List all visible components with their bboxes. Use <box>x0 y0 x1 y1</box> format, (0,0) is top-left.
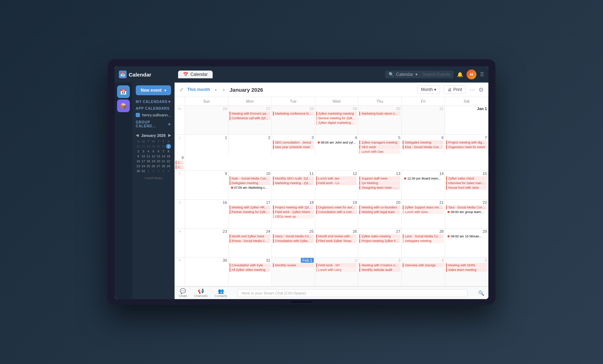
event-pill[interactable]: Sales team meeting <box>446 268 487 272</box>
event-pill[interactable]: Designing team meet - Z... <box>359 186 400 190</box>
cal-cell-dec31[interactable]: 31 <box>402 106 445 134</box>
event-pill[interactable]: Project meeting with Zyl... <box>273 205 314 210</box>
event-pill[interactable]: Month end review with... <box>316 234 357 238</box>
event-pill[interactable]: Tara - Social Media Cons... <box>446 205 487 210</box>
event-pill[interactable]: 12:30 pm Board mem... <box>403 176 444 181</box>
mini-cal-cell[interactable]: 4 <box>146 149 151 154</box>
grid-icon[interactable]: ⠿ <box>480 71 484 78</box>
event-pill[interactable]: Meeting with Zylker HR... <box>230 205 270 210</box>
mini-cal-cell[interactable]: 15 <box>166 154 171 159</box>
event-pill[interactable]: Harry - Social Media Co... <box>273 234 314 238</box>
event-pill[interactable]: SEO consultation - Jenna <box>273 140 314 145</box>
cal-cell-jan28[interactable]: 28 Leon - Social Media Con... Delegates … <box>402 229 445 257</box>
cal-cell-jan6[interactable]: 6 Delegates meeting Elza - Social Media … <box>402 135 445 155</box>
cal-cell-jan18[interactable]: 18 Project meeting with Zyl... Field wor… <box>272 200 315 228</box>
cal-cell-jan23-sun[interactable]: 23 <box>185 229 229 257</box>
cal-cell-jan3[interactable]: 3 SEO consultation - Jenna New year sche… <box>272 135 315 155</box>
mini-cal-cell[interactable]: 26 <box>151 164 156 169</box>
search-icon-bottom[interactable]: 🔍 <box>478 290 484 296</box>
mini-cal-cell[interactable]: 19 <box>151 159 156 164</box>
mini-cal-cell[interactable]: 5 <box>166 169 171 174</box>
cal-cell-jan1[interactable]: Jan 1 <box>445 106 488 134</box>
cal-cell-jan21[interactable]: 21 Zylker Support team me... Lunch with … <box>402 200 445 228</box>
mini-cal-cell[interactable]: 27 <box>141 144 146 149</box>
event-pill[interactable]: Meeting with SDRs <box>446 263 487 267</box>
bottom-tab-chats[interactable]: 💬 Chats <box>179 288 187 298</box>
event-pill[interactable]: Meeting with Creators o... <box>359 263 400 267</box>
mini-cal-cell[interactable]: 22 <box>166 159 171 164</box>
event-pill[interactable]: SEO work <box>359 145 400 149</box>
cal-cell-dec26[interactable]: 26 <box>185 106 229 134</box>
mini-cal-cell-today[interactable]: 1 <box>166 144 171 149</box>
calendar-item-henry[interactable]: henry.sullivann... <box>132 112 175 118</box>
event-pill[interactable]: Interview for Sales mana... <box>446 181 487 185</box>
expand-button[interactable]: ⤢ <box>179 87 184 92</box>
event-pill[interactable]: Zylker marketing meeting <box>316 111 357 116</box>
cal-cell-jan17[interactable]: 17 Meeting with Zylker HR... Partner mee… <box>229 200 272 228</box>
mini-cal-prev-icon[interactable]: ◀ <box>136 133 139 138</box>
event-pill[interactable]: Organizers meet for wor... <box>316 205 357 210</box>
mini-cal-cell[interactable]: 7 <box>161 149 166 154</box>
event-pill[interactable]: Elza - Social Media Cons... <box>403 145 444 149</box>
event-pill[interactable]: John - Social Media Con... <box>176 160 184 165</box>
user-avatar[interactable]: H <box>467 69 476 79</box>
event-pill[interactable]: Marketing meeting - Zyl... <box>273 181 314 185</box>
mini-cal-cell[interactable]: 29 <box>166 164 171 169</box>
event-pill[interactable]: Lunch with Larry <box>316 268 357 272</box>
event-pill[interactable]: Q4 Meeting <box>359 181 400 185</box>
cal-cell-jan2[interactable]: 2 <box>229 135 272 155</box>
mini-cal-cell[interactable]: 2 <box>151 169 156 174</box>
cal-cell-jan13[interactable]: 13 Support staff meet Q4 Meeting Designi… <box>358 171 402 199</box>
event-pill[interactable]: Monthly website audit <box>359 268 400 272</box>
mini-cal-cell[interactable]: 6 <box>156 149 161 154</box>
mini-cal-cell[interactable]: 11 <box>146 154 151 159</box>
search-bar[interactable]: 🔍 Calendar ▾ Search Events <box>385 71 453 78</box>
mini-cal-cell[interactable]: 9 <box>136 154 141 159</box>
mini-cal-cell[interactable]: 2 <box>136 149 141 154</box>
cal-cell-feb5[interactable]: 5 Meeting with SDRs Sales team meeting <box>445 257 488 286</box>
cal-cell-dec27[interactable]: 27 Meeting with Emma's pa... Conference … <box>229 106 272 134</box>
event-pill[interactable]: Meeting with Emma's pa... <box>230 111 270 116</box>
event-pill[interactable]: Monthly SEO Audit- Zyl... <box>273 176 314 181</box>
mini-cal-cell[interactable]: 12 <box>151 154 156 159</box>
new-event-button[interactable]: New event ▾ <box>136 85 171 95</box>
sidebar-item-resources[interactable]: 📦 <box>117 99 130 112</box>
event-pill[interactable]: Zylker Support team me... <box>403 205 444 210</box>
cal-cell-dec30[interactable]: 30 Marketing brain storm s... <box>358 106 402 134</box>
cal-cell-feb1[interactable]: Feb 1 Monthly review <box>272 257 315 286</box>
event-pill[interactable]: Delegates meeting <box>403 140 444 145</box>
event-pill[interactable]: Consultation with Zylke... <box>273 239 314 243</box>
tab-calendar[interactable]: 📅 Calendar <box>178 71 213 78</box>
event-pill[interactable]: House hunt with Jane <box>446 186 487 190</box>
mini-cal-cell[interactable]: 28 <box>161 164 166 169</box>
more-options-button[interactable]: ⋯ <box>469 86 475 93</box>
mini-cal-cell[interactable]: 24 <box>141 164 146 169</box>
event-pill[interactable]: Consultation with Zylker... <box>176 165 184 169</box>
mini-cal-cell[interactable]: 13 <box>156 154 161 159</box>
event-pill[interactable]: New year schedule meet <box>273 145 314 149</box>
event-pill-monthly-review[interactable]: Monthly review <box>273 263 314 267</box>
cal-cell-dec29[interactable]: 29 Zylker marketing meeting Service meet… <box>315 106 359 134</box>
event-pill[interactable]: Field work - NY <box>316 263 357 267</box>
cal-cell-jan15[interactable]: 15 Zylker sales check Interview for Sale… <box>445 171 488 199</box>
mini-cal-cell[interactable]: 26 <box>136 144 141 149</box>
event-pill[interactable]: Zylker digital marketing... <box>316 121 357 125</box>
mini-cal-cell[interactable]: 1 <box>146 169 151 174</box>
mini-cal-cell[interactable]: 31 <box>141 169 146 174</box>
add-calendar-icon[interactable]: + <box>168 99 171 104</box>
event-pill[interactable]: 08:00 am John and zyl... <box>316 140 357 145</box>
cal-cell-jan11[interactable]: 11 Monthly SEO Audit- Zyl... Marketing m… <box>272 171 315 199</box>
mini-cal-cell[interactable]: 30 <box>156 144 161 149</box>
mini-cal-next-icon[interactable]: ▶ <box>168 133 171 138</box>
mini-cal-cell[interactable]: 14 <box>161 154 166 159</box>
bottom-tab-channels[interactable]: 📢 Channels <box>194 288 208 298</box>
event-pill[interactable]: Leon - Social Media Con... <box>403 234 444 238</box>
event-pill[interactable]: Lunch with Dan <box>359 150 400 154</box>
cal-cell-jan7[interactable]: 7 Project meeting with dig... Organizers… <box>445 135 488 155</box>
event-pill[interactable]: 09:00 am group team... <box>446 210 487 214</box>
cal-cell-jan29[interactable]: 29 09:00 am 15 Minute... <box>445 229 488 257</box>
cal-cell-jan27[interactable]: 27 Zylker sales meeting Project meeting … <box>358 229 402 257</box>
event-pill[interactable]: Partner meeting for Zylk... <box>230 210 270 214</box>
cal-cell-jan12[interactable]: 12 Lunch with Jen Field work - LA <box>315 171 359 199</box>
cal-cell-jan2-sun[interactable]: 1 <box>185 135 229 155</box>
